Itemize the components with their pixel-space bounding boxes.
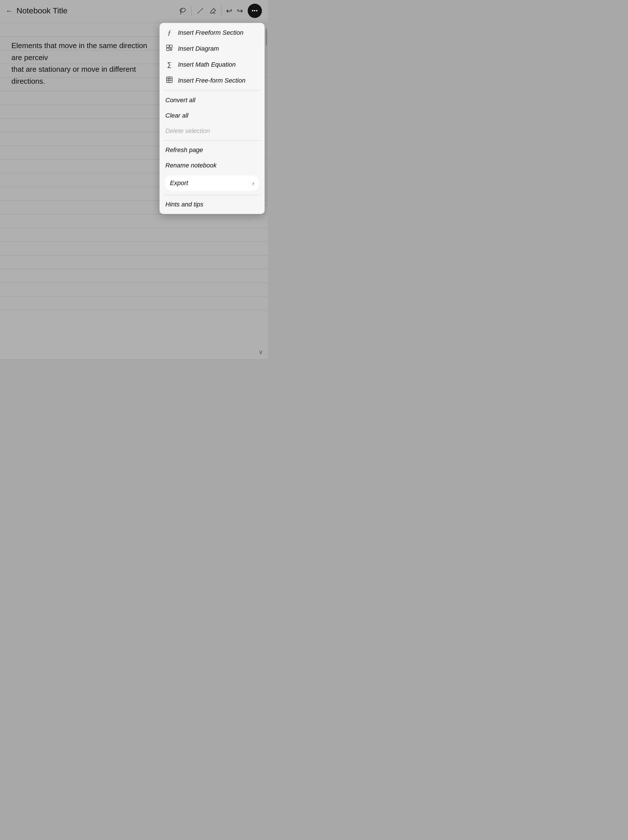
content-line-1: Elements that move in the same direction… [11,40,159,63]
menu-item-hints-and-tips[interactable]: Hints and tips [160,197,265,212]
menu-item-insert-freeform-section[interactable]: ƒ Insert Freeform Section [160,25,265,40]
toolbar-left: ← Notebook Title [6,6,68,15]
notebook-title: Notebook Title [16,6,68,15]
toolbar: ← Notebook Title ↩ ↪ [0,0,268,22]
menu-item-clear-all[interactable]: Clear all [160,108,265,123]
menu-item-rename-notebook[interactable]: Rename notebook [160,158,265,173]
insert-free-form-section-label: Insert Free-form Section [178,77,245,84]
convert-all-label: Convert all [166,96,195,104]
menu-section-insert: ƒ Insert Freeform Section Insert Diagram… [160,23,265,90]
free-form-section-icon [166,76,174,85]
refresh-page-label: Refresh page [166,146,203,154]
svg-rect-3 [170,45,172,47]
content-line-2: that are stationary or move in different… [11,63,159,87]
bottom-chevron-icon[interactable]: ∨ [259,349,263,356]
insert-math-equation-label: Insert Math Equation [178,61,236,68]
diagram-icon [166,44,174,53]
undo-icon[interactable]: ↩ [226,6,232,15]
export-label: Export [170,179,188,187]
context-menu: ƒ Insert Freeform Section Insert Diagram… [159,23,265,214]
menu-section-page: Refresh page Rename notebook Export › [160,141,265,195]
math-equation-icon: ∑ [166,61,174,68]
menu-item-refresh-page[interactable]: Refresh page [160,142,265,158]
menu-item-convert-all[interactable]: Convert all [160,93,265,108]
menu-item-insert-free-form-section[interactable]: Insert Free-form Section [160,72,265,89]
menu-section-extras: Hints and tips [160,195,265,214]
export-chevron-icon: › [252,180,254,186]
eraser-icon[interactable] [209,7,217,15]
menu-item-delete-selection: Delete selection [160,123,265,139]
toolbar-right: ↩ ↪ ••• [178,4,262,18]
clear-all-label: Clear all [166,112,188,119]
delete-selection-label: Delete selection [166,127,210,135]
menu-item-export[interactable]: Export › [165,175,259,191]
more-button[interactable]: ••• [248,4,262,18]
lasso-icon[interactable] [178,6,187,15]
insert-freeform-section-label: Insert Freeform Section [178,29,243,36]
svg-rect-4 [167,48,169,51]
notebook-content: Elements that move in the same direction… [11,40,159,87]
menu-section-actions: Convert all Clear all Delete selection [160,91,265,141]
freeform-section-icon: ƒ [166,29,174,36]
back-button[interactable]: ← [6,6,13,15]
insert-diagram-label: Insert Diagram [178,45,219,52]
more-dots: ••• [252,8,258,14]
menu-item-insert-math-equation[interactable]: ∑ Insert Math Equation [160,57,265,72]
menu-item-insert-diagram[interactable]: Insert Diagram [160,40,265,57]
toolbar-divider-1 [191,6,192,16]
rename-notebook-label: Rename notebook [166,162,217,169]
scroll-indicator [265,23,268,359]
redo-icon[interactable]: ↪ [237,6,243,15]
hints-and-tips-label: Hints and tips [166,201,203,208]
pen-icon[interactable] [196,7,204,15]
svg-marker-0 [210,8,216,13]
svg-rect-8 [167,77,172,82]
scroll-thumb[interactable] [266,28,267,46]
svg-rect-2 [167,45,169,47]
